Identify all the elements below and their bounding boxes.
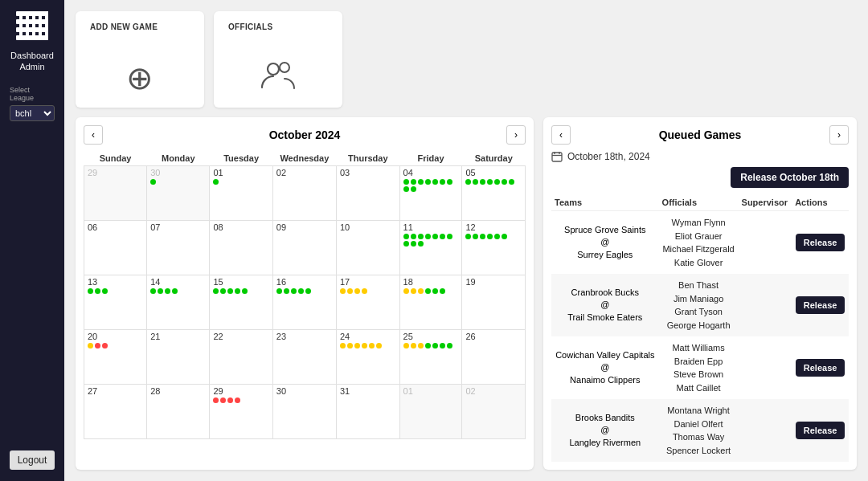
calendar-day-number: 19 bbox=[465, 277, 522, 287]
calendar-day-cell: 16 bbox=[272, 275, 336, 330]
release-all-button[interactable]: Release October 18th bbox=[731, 167, 849, 188]
calendar-dots-row bbox=[403, 179, 459, 192]
calendar-day-header: Sunday bbox=[84, 151, 147, 166]
calendar-dot bbox=[172, 288, 178, 294]
calendar-day-cell: 24 bbox=[336, 330, 399, 385]
calendar-dot bbox=[432, 234, 438, 239]
logout-button[interactable]: Logout bbox=[10, 450, 55, 470]
calendar-day-header: Tuesday bbox=[210, 151, 272, 166]
officials-icon bbox=[228, 59, 328, 96]
calendar-day-cell: 10 bbox=[336, 221, 399, 275]
game-row: Cranbrook Bucks@Trail Smoke EatersBen Th… bbox=[551, 274, 849, 336]
calendar-day-cell: 19 bbox=[462, 275, 526, 330]
games-table: Teams Officials Supervisor Actions Spruc… bbox=[551, 194, 849, 462]
svg-rect-4 bbox=[19, 11, 23, 40]
calendar-dot bbox=[465, 179, 471, 185]
calendar-day-cell: 15 bbox=[210, 275, 272, 330]
calendar-dot bbox=[432, 179, 438, 185]
calendar-day-cell: 08 bbox=[210, 221, 272, 275]
app-logo bbox=[16, 11, 48, 43]
calendar-day-number: 29 bbox=[88, 168, 143, 177]
col-actions-header: Actions bbox=[792, 194, 849, 211]
calendar-day-number: 31 bbox=[340, 386, 396, 396]
game-actions-cell: Release bbox=[792, 336, 849, 399]
calendar-day-cell: 06 bbox=[84, 221, 147, 275]
queued-next-button[interactable]: › bbox=[829, 125, 849, 145]
sidebar: Dashboard Admin Select League bchl Logou… bbox=[0, 0, 64, 481]
queued-games-panel: ‹ Queued Games › October 18th, 2024 Rele… bbox=[543, 117, 857, 470]
calendar-day-number: 30 bbox=[276, 386, 333, 396]
game-actions-cell: Release bbox=[792, 274, 849, 336]
calendar-dot bbox=[487, 179, 493, 185]
game-teams-cell: Cowichan Valley Capitals@Nanaimo Clipper… bbox=[551, 336, 659, 399]
calendar-dot bbox=[88, 288, 93, 294]
calendar-dot bbox=[440, 288, 445, 294]
calendar-dot bbox=[235, 397, 240, 403]
calendar-day-cell: 07 bbox=[147, 221, 210, 275]
calendar-day-number: 26 bbox=[465, 332, 522, 341]
calendar-day-number: 23 bbox=[276, 332, 333, 341]
game-release-button[interactable]: Release bbox=[796, 422, 845, 439]
calendar-month-title: October 2024 bbox=[269, 128, 341, 141]
queued-date-row: October 18th, 2024 bbox=[551, 151, 849, 162]
calendar-dot bbox=[447, 179, 452, 185]
calendar-dot bbox=[298, 288, 304, 294]
calendar-dot bbox=[347, 343, 353, 349]
calendar-day-header: Thursday bbox=[336, 151, 399, 166]
bottom-row: ‹ October 2024 › SundayMondayTuesdayWedn… bbox=[76, 117, 857, 470]
calendar-day-number: 09 bbox=[276, 222, 333, 232]
calendar-prev-button[interactable]: ‹ bbox=[84, 125, 103, 145]
calendar-day-number: 25 bbox=[403, 332, 459, 341]
officials-card[interactable]: OFFICIALS bbox=[214, 11, 342, 108]
calendar-dot bbox=[440, 234, 445, 239]
calendar-day-cell: 18 bbox=[399, 275, 462, 330]
calendar-dot bbox=[473, 234, 478, 239]
calendar-dot bbox=[432, 288, 438, 294]
calendar-dot bbox=[362, 288, 367, 294]
queued-prev-button[interactable]: ‹ bbox=[551, 125, 571, 145]
calendar-day-number: 01 bbox=[213, 168, 268, 177]
col-teams-header: Teams bbox=[551, 194, 659, 211]
calendar-grid: SundayMondayTuesdayWednesdayThursdayFrid… bbox=[84, 151, 526, 439]
calendar-day-header: Friday bbox=[399, 151, 462, 166]
svg-rect-6 bbox=[32, 11, 35, 40]
calendar-next-button[interactable]: › bbox=[506, 125, 526, 145]
calendar-dots-row bbox=[403, 234, 459, 247]
game-officials-cell: Montana WrightDaniel OlfertThomas WaySpe… bbox=[659, 399, 739, 462]
calendar-day-number: 06 bbox=[88, 222, 143, 232]
calendar-day-cell: 27 bbox=[84, 385, 147, 439]
calendar-dot bbox=[447, 343, 452, 349]
calendar-dots-row bbox=[465, 179, 522, 185]
queued-games-title: Queued Games bbox=[571, 128, 829, 141]
game-officials-cell: Matt WilliamsBraiden EppSteve BrownMatt … bbox=[659, 336, 739, 399]
calendar-day-cell: 26 bbox=[462, 330, 526, 385]
calendar-day-header: Saturday bbox=[462, 151, 526, 166]
calendar-day-number: 07 bbox=[150, 222, 206, 232]
league-select[interactable]: bchl bbox=[10, 105, 55, 121]
calendar-day-number: 02 bbox=[276, 168, 333, 177]
calendar-dot bbox=[487, 234, 493, 239]
game-release-button[interactable]: Release bbox=[796, 234, 845, 251]
calendar-dot bbox=[235, 288, 240, 294]
calendar-dot bbox=[220, 288, 226, 294]
svg-point-9 bbox=[268, 63, 279, 75]
game-actions-cell: Release bbox=[792, 399, 849, 462]
calendar-day-number: 01 bbox=[403, 386, 459, 396]
calendar-dot bbox=[480, 234, 485, 239]
calendar-day-cell: 02 bbox=[462, 385, 526, 439]
game-release-button[interactable]: Release bbox=[796, 296, 845, 314]
calendar-day-number: 20 bbox=[88, 332, 143, 341]
game-release-button[interactable]: Release bbox=[796, 359, 845, 377]
calendar-dot bbox=[440, 179, 445, 185]
calendar-dot bbox=[354, 343, 360, 349]
calendar-dot bbox=[418, 179, 424, 185]
game-row: Cowichan Valley Capitals@Nanaimo Clipper… bbox=[551, 336, 849, 399]
calendar-day-header: Wednesday bbox=[272, 151, 336, 166]
add-new-game-card[interactable]: ADD NEW GAME ⊕ bbox=[76, 11, 204, 108]
calendar-day-cell: 22 bbox=[210, 330, 272, 385]
calendar-dot bbox=[150, 179, 156, 185]
calendar-day-number: 03 bbox=[340, 168, 396, 177]
calendar-dot bbox=[432, 343, 438, 349]
calendar-day-cell: 13 bbox=[84, 275, 147, 330]
calendar-dot bbox=[411, 179, 416, 185]
